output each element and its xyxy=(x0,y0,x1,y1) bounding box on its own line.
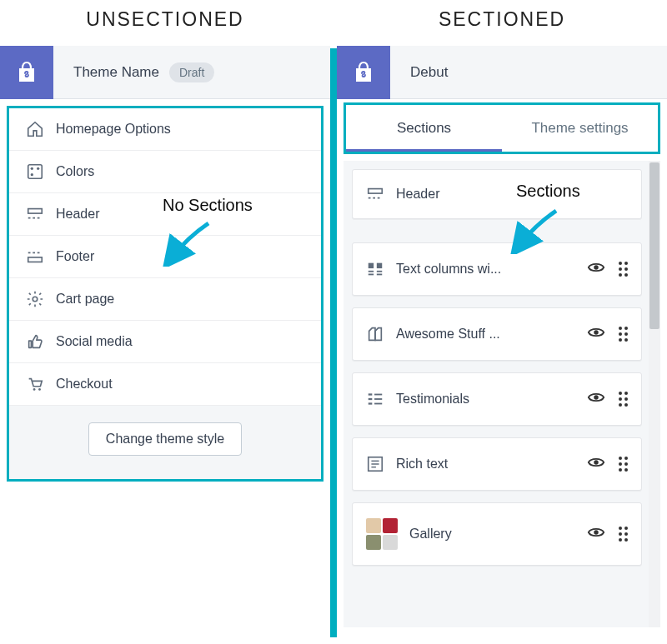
svg-point-1 xyxy=(31,167,33,170)
tabs-box: Sections Theme settings xyxy=(344,102,660,154)
svg-rect-11 xyxy=(369,189,383,194)
menu-label: Header xyxy=(56,207,99,222)
card-actions xyxy=(587,453,628,475)
cart-icon xyxy=(26,375,44,393)
scrollbar-thumb[interactable] xyxy=(649,162,659,329)
svg-point-27 xyxy=(594,395,599,400)
svg-point-9 xyxy=(33,388,36,391)
menu-item-cart[interactable]: Cart page xyxy=(9,278,321,321)
vertical-divider xyxy=(330,48,337,637)
menu-item-colors[interactable]: Colors xyxy=(9,151,321,193)
svg-point-3 xyxy=(31,173,33,176)
svg-point-10 xyxy=(38,388,41,391)
svg-rect-4 xyxy=(28,209,43,214)
settings-menu: Homepage Options Colors Header xyxy=(9,108,321,405)
svg-point-8 xyxy=(33,297,38,302)
theme-name: Debut xyxy=(410,64,448,81)
svg-point-19 xyxy=(594,265,599,270)
right-column: SECTIONED Debut Sections Theme settings xyxy=(337,0,667,644)
left-menu-box: Homepage Options Colors Header xyxy=(7,106,323,482)
section-label: Header xyxy=(396,187,628,202)
section-card-header[interactable]: Header xyxy=(352,169,642,219)
svg-rect-13 xyxy=(369,263,374,268)
menu-label: Colors xyxy=(56,164,94,179)
card-actions xyxy=(587,388,628,410)
annotation-no-sections: No Sections xyxy=(163,196,253,215)
drag-handle-icon[interactable] xyxy=(619,327,628,342)
svg-rect-14 xyxy=(377,263,382,268)
theme-title-wrap: Theme Name Draft xyxy=(53,62,214,82)
gallery-thumbnails-icon xyxy=(366,518,398,550)
theme-name: Theme Name xyxy=(73,64,159,81)
menu-label: Social media xyxy=(56,334,133,349)
menu-label: Checkout xyxy=(56,377,113,392)
right-panel: Debut Sections Theme settings Header xyxy=(337,46,667,627)
left-heading: UNSECTIONED xyxy=(0,8,330,31)
footer-icon xyxy=(26,247,44,266)
thumbs-up-icon xyxy=(26,332,44,351)
menu-item-checkout[interactable]: Checkout xyxy=(9,363,321,405)
annotation-sections: Sections xyxy=(516,182,580,201)
menu-item-social[interactable]: Social media xyxy=(9,321,321,363)
comparison-container: UNSECTIONED Theme Name Draft xyxy=(0,0,667,644)
section-label: Rich text xyxy=(396,457,575,472)
menu-label: Homepage Options xyxy=(56,122,171,137)
drag-handle-icon[interactable] xyxy=(619,457,628,472)
rich-text-icon xyxy=(366,455,384,473)
section-label: Testimonials xyxy=(396,392,575,407)
section-label: Text columns wi... xyxy=(396,262,575,277)
card-actions xyxy=(587,258,628,280)
header-icon xyxy=(26,205,44,223)
svg-point-20 xyxy=(594,330,599,335)
svg-rect-0 xyxy=(28,165,43,179)
collection-icon xyxy=(366,325,384,343)
visibility-icon[interactable] xyxy=(587,388,605,410)
section-card-gallery[interactable]: Gallery xyxy=(352,502,642,566)
menu-label: Footer xyxy=(56,249,94,264)
drag-handle-icon[interactable] xyxy=(619,262,628,277)
palette-icon xyxy=(26,162,44,181)
testimonials-icon xyxy=(366,390,384,408)
drag-handle-icon[interactable] xyxy=(619,392,628,407)
visibility-icon[interactable] xyxy=(587,258,605,280)
menu-item-homepage[interactable]: Homepage Options xyxy=(9,108,321,151)
scrollbar-track[interactable] xyxy=(649,161,660,627)
sections-scroll-pane: Header Text columns wi... xyxy=(344,161,660,627)
change-theme-style-button[interactable]: Change theme style xyxy=(88,422,242,456)
header-icon xyxy=(366,185,384,203)
menu-label: Cart page xyxy=(56,292,114,307)
shopify-logo xyxy=(0,46,53,99)
visibility-icon[interactable] xyxy=(587,323,605,345)
section-card-testimonials[interactable]: Testimonials xyxy=(352,372,642,426)
shopify-bag-icon xyxy=(353,60,374,85)
right-heading: SECTIONED xyxy=(337,8,667,31)
shopify-logo xyxy=(337,46,390,99)
section-card-text-columns[interactable]: Text columns wi... xyxy=(352,242,642,296)
section-card-rich-text[interactable]: Rich text xyxy=(352,437,642,491)
card-actions xyxy=(587,523,628,545)
section-card-awesome-stuff[interactable]: Awesome Stuff ... xyxy=(352,307,642,361)
left-panel: Theme Name Draft Homepage Options xyxy=(0,46,330,482)
visibility-icon[interactable] xyxy=(587,523,605,545)
card-actions xyxy=(587,323,628,345)
draft-badge: Draft xyxy=(169,62,214,82)
tab-theme-settings[interactable]: Theme settings xyxy=(502,105,658,152)
theme-title-wrap: Debut xyxy=(390,64,448,81)
menu-item-footer[interactable]: Footer xyxy=(9,236,321,278)
gear-icon xyxy=(26,290,44,308)
section-label: Gallery xyxy=(409,527,575,542)
tab-sections[interactable]: Sections xyxy=(346,105,502,152)
visibility-icon[interactable] xyxy=(587,453,605,475)
left-topbar: Theme Name Draft xyxy=(0,46,330,99)
columns-icon xyxy=(366,260,384,278)
home-icon xyxy=(26,120,44,138)
section-label: Awesome Stuff ... xyxy=(396,327,575,342)
svg-rect-7 xyxy=(28,257,43,262)
drag-handle-icon[interactable] xyxy=(619,527,628,542)
shopify-bag-icon xyxy=(16,60,38,85)
svg-point-33 xyxy=(594,530,599,535)
right-topbar: Debut xyxy=(337,46,667,99)
svg-point-2 xyxy=(37,167,39,170)
left-column: UNSECTIONED Theme Name Draft xyxy=(0,0,330,644)
svg-point-32 xyxy=(594,460,599,465)
